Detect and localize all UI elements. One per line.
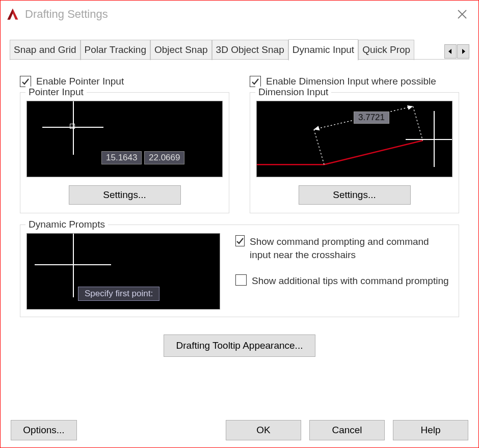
dimension-input-preview: 3.7721: [256, 101, 453, 177]
svg-marker-9: [314, 126, 320, 130]
titlebar: Drafting Settings: [1, 1, 478, 28]
dynamic-prompts-preview: Specify first point:: [26, 233, 220, 310]
checkbox-icon: [20, 76, 31, 87]
tab-object-snap[interactable]: Object Snap: [150, 40, 212, 60]
tab-3d-object-snap[interactable]: 3D Object Snap: [212, 40, 288, 60]
checkbox-icon: [250, 76, 261, 87]
help-button[interactable]: Help: [393, 420, 468, 440]
show-additional-tips-checkbox[interactable]: Show additional tips with command prompt…: [235, 274, 453, 288]
close-button[interactable]: [451, 3, 473, 25]
checkbox-icon: [235, 274, 247, 286]
show-additional-tips-label: Show additional tips with command prompt…: [252, 274, 449, 288]
tab-scroll-right[interactable]: [457, 44, 469, 59]
tab-strip: Snap and GridPolar TrackingObject Snap3D…: [10, 39, 469, 60]
enable-pointer-input-label: Enable Pointer Input: [36, 76, 124, 87]
drafting-tooltip-appearance-button[interactable]: Drafting Tooltip Appearance...: [164, 334, 316, 357]
dialog-button-bar: Options... OK Cancel Help: [1, 413, 478, 447]
svg-marker-3: [462, 49, 465, 54]
tab-snap-and-grid[interactable]: Snap and Grid: [10, 40, 81, 60]
pointer-input-settings-button[interactable]: Settings...: [69, 185, 181, 205]
dynamic-prompts-group: Dynamic Prompts Specify first point: Sho…: [20, 225, 459, 317]
show-command-prompting-label: Show command prompting and command input…: [250, 235, 453, 261]
tab-scroll: [444, 44, 469, 59]
prompt-text: Specify first point:: [78, 287, 159, 301]
dynamic-prompts-legend: Dynamic Prompts: [25, 219, 108, 230]
tab-scroll-left[interactable]: [444, 44, 457, 59]
dimension-input-settings-button[interactable]: Settings...: [299, 185, 411, 205]
pointer-input-legend: Pointer Input: [25, 87, 87, 98]
svg-line-7: [314, 129, 324, 164]
options-button[interactable]: Options...: [11, 420, 77, 440]
dynamic-input-panel: Enable Pointer Input Pointer Input 15.16…: [10, 60, 469, 413]
tab-dynamic-input[interactable]: Dynamic Input: [288, 39, 358, 61]
autocad-logo-icon: [6, 7, 20, 21]
svg-marker-10: [407, 105, 413, 110]
show-command-prompting-checkbox[interactable]: Show command prompting and command input…: [235, 235, 453, 261]
ok-button[interactable]: OK: [226, 420, 301, 440]
pointer-coord-y: 22.0669: [144, 151, 184, 164]
checkbox-icon: [235, 235, 245, 246]
enable-dimension-input-checkbox[interactable]: Enable Dimension Input where possible: [250, 76, 459, 87]
cancel-button[interactable]: Cancel: [309, 420, 385, 440]
dimension-value: 3.7721: [354, 111, 389, 124]
svg-line-8: [413, 106, 422, 141]
dialog-title: Drafting Settings: [25, 8, 108, 21]
pointer-input-group: Pointer Input 15.1643 22.0669 Settings..…: [20, 92, 229, 213]
dimension-input-legend: Dimension Input: [255, 87, 331, 98]
drafting-settings-dialog: Drafting Settings Snap and GridPolar Tra…: [0, 0, 479, 448]
pointer-coord-x: 15.1643: [101, 151, 142, 164]
tab-quick-properties[interactable]: Quick Prop: [358, 40, 414, 60]
enable-dimension-input-label: Enable Dimension Input where possible: [266, 76, 436, 87]
tab-polar-tracking[interactable]: Polar Tracking: [81, 40, 150, 60]
pointer-input-preview: 15.1643 22.0669: [26, 101, 223, 177]
svg-line-5: [324, 141, 422, 164]
enable-pointer-input-checkbox[interactable]: Enable Pointer Input: [20, 76, 229, 87]
svg-marker-2: [448, 49, 451, 54]
dimension-input-group: Dimension Input 3.7721: [250, 92, 459, 213]
